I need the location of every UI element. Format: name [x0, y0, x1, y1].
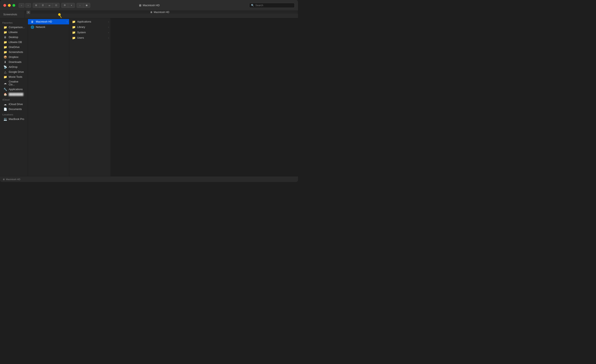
sidebar-item-creative-cloud[interactable]: ☁ Creative Clo...	[1, 80, 27, 87]
tab-close-button[interactable]: ✕	[27, 11, 30, 14]
macbook-icon: 💻	[3, 117, 7, 121]
sidebar-item-macbook-pro[interactable]: 💻 MacBook Pro	[1, 117, 27, 122]
file-item-label: Macintosh HD	[36, 20, 52, 23]
sidebar-item-label: Lifewire DB	[9, 41, 22, 44]
minimize-button[interactable]	[8, 4, 11, 7]
folder-icon: 📁	[72, 31, 75, 34]
traffic-lights	[3, 4, 15, 7]
window-title: 🖥 Macintosh HD	[138, 4, 160, 7]
file-item-macintosh-hd[interactable]: 🖥 Macintosh HD ›	[28, 19, 69, 24]
sidebar-item-lifewire-db[interactable]: 📁 Lifewire DB	[1, 40, 27, 45]
network-icon: 🌐	[30, 25, 34, 29]
creative-cloud-icon: ☁	[3, 81, 7, 85]
maximize-button[interactable]	[12, 4, 15, 7]
folder-icon: 📁	[3, 26, 7, 29]
sidebar-item-label: MacBook Pro	[9, 118, 24, 121]
sidebar-item-label: ████████	[9, 93, 23, 96]
tag-button[interactable]: ◉	[83, 3, 90, 8]
file-item-label: Users	[77, 36, 84, 39]
file-item-library[interactable]: 📁 Library ›	[69, 24, 111, 30]
file-pane-1: 🖥 Macintosh HD › 🌐 Network	[28, 18, 69, 176]
gallery-view-button[interactable]: ⊡	[53, 3, 60, 8]
list-view-button[interactable]: ☰	[39, 3, 46, 8]
sidebar-item-home[interactable]: 🏠 ████████	[1, 92, 27, 97]
tab-screenshots[interactable]: Screenshots	[0, 11, 25, 18]
sidebar-item-airdrop[interactable]: 📡 AirDrop	[1, 65, 27, 70]
folder-icon: 📁	[3, 75, 7, 79]
forward-button[interactable]: ›	[25, 3, 31, 8]
sidebar-item-screenshots[interactable]: 📁 Screenshots	[1, 50, 27, 55]
tab-icon: 🖥	[150, 11, 153, 14]
search-input[interactable]	[255, 4, 293, 7]
sidebar-item-comparison[interactable]: 📁 Comparison...	[1, 25, 27, 30]
folder-icon: 📁	[3, 45, 7, 49]
applications-icon: 🔧	[3, 88, 7, 91]
sidebar-item-label: AirDrop	[9, 66, 17, 68]
sidebar-item-desktop[interactable]: 🖥 Desktop	[1, 35, 27, 40]
main-content: Favorites 📁 Comparison... 📁 Lifewire 🖥 D…	[0, 18, 298, 176]
share-button[interactable]: ↑	[77, 3, 83, 8]
chevron-right-icon: ›	[108, 37, 109, 39]
hd-icon: 🖥	[30, 20, 34, 23]
statusbar-icon: 🖥	[2, 178, 5, 181]
folder-icon: 📁	[72, 36, 75, 39]
sidebar-item-label: Screenshots	[9, 51, 23, 54]
statusbar-text: Macintosh HD	[6, 178, 20, 181]
file-item-users[interactable]: 📁 Users ›	[69, 35, 111, 41]
close-button[interactable]	[3, 4, 6, 7]
action-chevron[interactable]: ▾	[68, 3, 75, 8]
chevron-right-icon: ›	[67, 21, 67, 23]
sidebar-item-label: Documents	[9, 108, 22, 111]
locations-section-label: Locations	[0, 112, 28, 117]
titlebar: ‹ › ⊞ ☰ ⚌ ⊡ ⚙ ▾ ↑ ◉ 🖥 Macintosh HD 🔍	[0, 0, 298, 11]
nav-buttons: ‹ ›	[19, 3, 31, 8]
chevron-right-icon: ›	[108, 26, 109, 28]
sidebar-item-label: OneDrive	[9, 46, 20, 49]
chevron-right-icon: ›	[108, 21, 109, 23]
action-group: ⚙ ▾	[61, 3, 75, 8]
sidebar-item-lifewire[interactable]: 📁 Lifewire	[1, 30, 27, 35]
share-tag-group: ↑ ◉	[77, 3, 90, 8]
column-view-button[interactable]: ⚌	[46, 3, 53, 8]
search-icon: 🔍	[251, 4, 254, 7]
sidebar-item-documents[interactable]: 📄 Documents	[1, 107, 27, 112]
sidebar-item-label: Desktop	[9, 36, 18, 39]
file-item-applications[interactable]: 📁 Applications ›	[69, 19, 111, 24]
sidebar-item-downloads[interactable]: ⬇ Downloads	[1, 59, 27, 65]
file-item-system[interactable]: 📁 System ›	[69, 30, 111, 35]
folder-icon: 📁	[72, 20, 75, 23]
file-item-label: System	[77, 31, 86, 34]
sidebar-item-label: Creative Clo...	[9, 80, 24, 86]
file-browser: 🖥 Macintosh HD › 🌐 Network 📁 Application…	[28, 18, 298, 176]
sidebar-item-onedrive[interactable]: 📁 OneDrive	[1, 45, 27, 50]
grid-view-button[interactable]: ⊞	[33, 3, 39, 8]
file-item-network[interactable]: 🌐 Network	[28, 24, 69, 30]
statusbar: 🖥 Macintosh HD	[0, 176, 298, 182]
favorites-section-label: Favorites	[0, 20, 28, 25]
sidebar: Favorites 📁 Comparison... 📁 Lifewire 🖥 D…	[0, 18, 28, 176]
window-title-icon: 🖥	[138, 4, 142, 7]
sidebar-item-movie-tools[interactable]: 📁 Movie Tools	[1, 74, 27, 80]
file-pane-2: 📁 Applications › 📁 Library › 📁 System › …	[69, 18, 111, 176]
sidebar-item-label: Comparison...	[9, 26, 25, 29]
sidebar-item-dropbox[interactable]: 📦 Dropbox	[1, 55, 27, 59]
tab-area: ✕ 🖥 Macintosh HD Click to close this tab…	[25, 11, 298, 18]
file-item-label: Library	[77, 26, 85, 29]
svg-line-0	[60, 15, 90, 18]
sidebar-item-icloud-drive[interactable]: ☁ iCloud Drive	[1, 102, 27, 107]
tab-macintosh-hd[interactable]: ✕ 🖥 Macintosh HD	[25, 11, 298, 14]
sidebar-item-google-drive[interactable]: △ Google Drive	[1, 70, 27, 74]
folder-icon: 📁	[72, 25, 75, 29]
sidebar-item-label: Lifewire	[9, 31, 18, 34]
action-button[interactable]: ⚙	[61, 3, 68, 8]
empty-pane	[111, 18, 298, 176]
sidebar-item-applications[interactable]: 🔧 Applications	[1, 87, 27, 92]
tab-screenshots-label: Screenshots	[3, 13, 17, 16]
downloads-icon: ⬇	[3, 60, 7, 64]
view-toggle-group: ⊞ ☰ ⚌ ⊡	[33, 3, 60, 8]
sidebar-item-label: Movie Tools	[9, 75, 22, 78]
back-button[interactable]: ‹	[19, 3, 24, 8]
google-drive-icon: △	[3, 70, 7, 74]
search-bar[interactable]: 🔍	[249, 3, 295, 8]
sidebar-item-label: iCloud Drive	[9, 103, 23, 106]
